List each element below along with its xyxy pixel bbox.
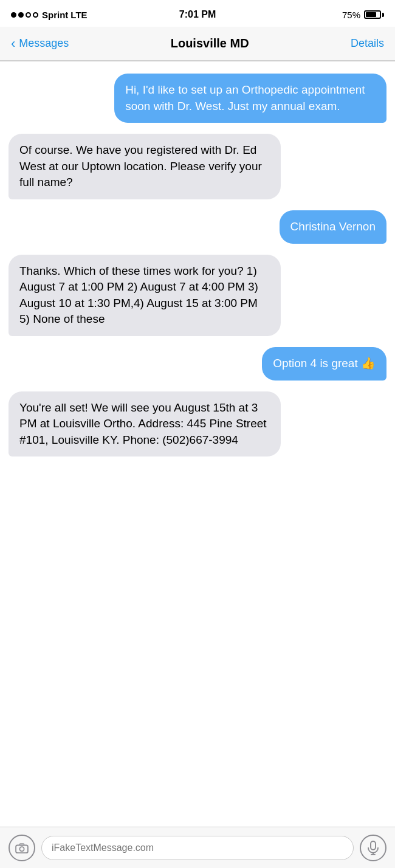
battery-fill [366, 12, 376, 17]
message-row-6: You're all set! We will see you August 1… [9, 391, 386, 457]
svg-point-1 [19, 847, 24, 851]
back-label: Messages [19, 37, 69, 50]
bubble-text-5: Option 4 is great 👍 [273, 357, 376, 370]
battery-percent: 75% [342, 10, 360, 20]
signal-dot-2 [18, 12, 24, 18]
message-row-1: Hi, I'd like to set up an Orthopedic app… [9, 74, 386, 123]
camera-icon [15, 842, 29, 853]
battery-body [364, 10, 381, 19]
signal-dot-1 [11, 12, 16, 18]
bubble-text-2: Of course. We have you registered with D… [19, 143, 262, 188]
chevron-left-icon: ‹ [11, 37, 15, 50]
bubble-sent-1: Hi, I'd like to set up an Orthopedic app… [114, 74, 386, 123]
svg-rect-2 [19, 843, 24, 845]
bubble-text-3: Christina Vernon [290, 220, 376, 233]
camera-button[interactable] [9, 835, 35, 861]
battery-tip [382, 13, 384, 17]
mic-icon [368, 841, 379, 855]
nav-bar: ‹ Messages Louisville MD Details [0, 27, 395, 61]
network-label: LTE [70, 10, 87, 20]
bubble-text-1: Hi, I'd like to set up an Orthopedic app… [125, 83, 365, 112]
bubble-received-6: You're all set! We will see you August 1… [9, 391, 281, 457]
status-left: Sprint LTE [11, 10, 88, 20]
input-bar [0, 827, 395, 868]
message-row-3: Christina Vernon [9, 210, 386, 244]
battery-icon [364, 10, 384, 19]
status-right: 75% [342, 10, 384, 20]
status-bar: Sprint LTE 7:01 PM 75% [0, 0, 395, 27]
back-button[interactable]: ‹ Messages [11, 37, 69, 50]
message-row-5: Option 4 is great 👍 [9, 347, 386, 381]
signal-dot-4 [33, 12, 38, 18]
carrier-label: Sprint [42, 10, 68, 20]
message-input[interactable] [41, 836, 354, 860]
nav-title: Louisville MD [171, 36, 249, 50]
bubble-text-6: You're all set! We will see you August 1… [19, 401, 267, 446]
mic-button[interactable] [360, 835, 386, 861]
message-row-4: Thanks. Which of these times work for yo… [9, 255, 386, 336]
chat-area: Hi, I'd like to set up an Orthopedic app… [0, 61, 395, 827]
bubble-received-4: Thanks. Which of these times work for yo… [9, 255, 281, 336]
details-button[interactable]: Details [351, 37, 384, 50]
signal-dot-3 [26, 12, 31, 18]
status-time: 7:01 PM [179, 9, 216, 20]
bubble-sent-3: Christina Vernon [280, 210, 386, 244]
bubble-received-2: Of course. We have you registered with D… [9, 134, 281, 199]
svg-rect-3 [371, 841, 376, 850]
bubble-sent-5: Option 4 is great 👍 [262, 347, 386, 381]
message-row-2: Of course. We have you registered with D… [9, 134, 386, 199]
signal-dots [11, 12, 38, 18]
bubble-text-4: Thanks. Which of these times work for yo… [19, 264, 258, 326]
